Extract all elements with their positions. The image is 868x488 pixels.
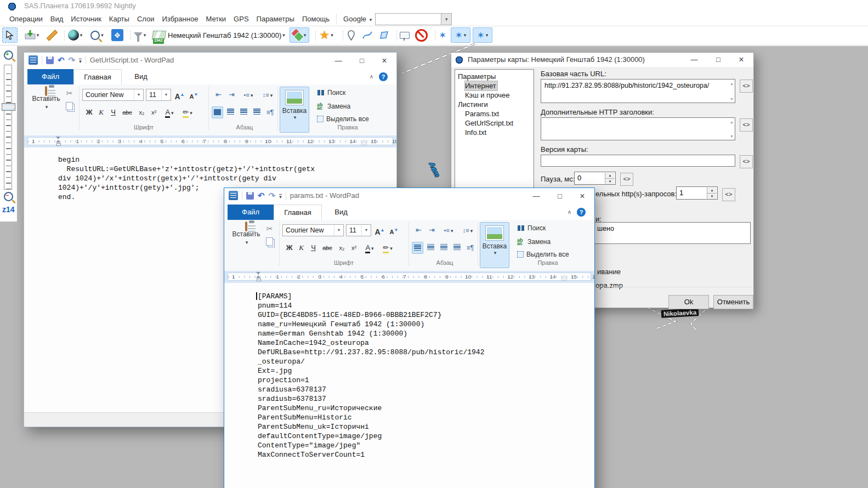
scroll-up-icon[interactable]: ▲ <box>730 120 734 124</box>
quick-access-dropdown-icon[interactable]: ▾ <box>279 194 282 199</box>
align-left-button[interactable] <box>412 242 423 254</box>
cut-button[interactable]: ✂ <box>66 89 73 98</box>
tree-node-geturlscript-txt[interactable]: GetUrlScript.txt <box>465 118 514 128</box>
insert-object-button[interactable]: Вставка ▾ <box>480 222 509 268</box>
font-size-combobox[interactable]: 11 ▾ <box>346 224 371 236</box>
decrease-indent-button[interactable]: ⇤ <box>213 89 224 101</box>
save-icon[interactable] <box>246 192 254 200</box>
undo-icon[interactable]: ↶ <box>58 56 65 64</box>
undo-icon[interactable]: ↶ <box>258 192 265 200</box>
help-icon[interactable]: ? <box>577 208 586 217</box>
justify-button[interactable] <box>251 106 263 118</box>
wordpad-titlebar[interactable]: ↶ ↷ ▾ GetUrlScript.txt - WordPad — □ × <box>24 53 396 69</box>
grow-font-button[interactable]: А▲ <box>174 89 185 101</box>
spin-down-icon[interactable]: ▼ <box>605 179 615 184</box>
justify-button[interactable] <box>451 242 463 254</box>
italic-button[interactable]: K <box>95 106 107 118</box>
highlight-button[interactable]: ✏▾ <box>380 242 395 254</box>
bold-button[interactable]: Ж <box>283 242 295 254</box>
spinner-buttons[interactable]: ▲ ▼ <box>605 173 615 184</box>
base-url-input[interactable]: http://91.237.82.95:8088/pub/historic/19… <box>541 79 735 103</box>
increase-indent-button[interactable]: ⇥ <box>226 89 237 101</box>
quick-access-dropdown-icon[interactable]: ▾ <box>79 59 82 64</box>
align-right-button[interactable] <box>438 242 450 254</box>
scroll-down-icon[interactable]: ▼ <box>730 97 734 101</box>
ruler[interactable]: 1 12345678910111213141516 <box>24 135 396 147</box>
right-indent-marker[interactable] <box>561 275 567 280</box>
font-family-combobox[interactable]: Courier New ▾ <box>282 224 344 236</box>
tab-home[interactable]: Главная <box>274 205 322 220</box>
bullets-button[interactable]: •≡▾ <box>440 224 457 236</box>
dialog-titlebar[interactable]: Параметры карты: Немецкий Генштаб 1942 (… <box>451 53 753 67</box>
strikethrough-button[interactable]: abc <box>320 242 335 254</box>
save-icon[interactable] <box>46 56 54 64</box>
maximize-button[interactable]: □ <box>549 189 571 203</box>
subscript-button[interactable]: x₂ <box>336 242 348 254</box>
close-button[interactable]: × <box>730 53 752 67</box>
underline-button[interactable]: Ч <box>107 106 119 118</box>
tab-view[interactable]: Вид <box>322 205 360 220</box>
select-all-button[interactable]: Выделить все <box>517 251 569 258</box>
redo-icon[interactable]: ↷ <box>269 192 276 200</box>
font-color-button[interactable]: А▾ <box>162 106 177 118</box>
align-center-button[interactable] <box>425 242 436 254</box>
spinner-buttons[interactable]: ▲ ▼ <box>707 188 717 198</box>
cancel-button[interactable]: Отменить <box>713 295 753 309</box>
minimize-button[interactable]: — <box>327 54 349 68</box>
tree-node-cache[interactable]: Кэш и прочее <box>465 90 511 100</box>
line-spacing-button[interactable]: ↕≡▾ <box>459 224 476 236</box>
help-icon[interactable]: ? <box>379 72 388 81</box>
paste-button[interactable]: Вставить ▾ <box>29 87 64 122</box>
cut-button[interactable]: ✂ <box>266 224 273 233</box>
shrink-font-button[interactable]: А▼ <box>388 224 400 236</box>
font-size-combobox[interactable]: 11 ▾ <box>146 89 171 101</box>
tab-view[interactable]: Вид <box>122 69 160 84</box>
decrease-indent-button[interactable]: ⇤ <box>413 224 424 236</box>
minimize-button[interactable]: — <box>683 53 705 67</box>
maximize-button[interactable]: □ <box>707 53 729 67</box>
tree-node-info-txt[interactable]: Info.txt <box>465 128 487 137</box>
highlight-button[interactable]: ✏▾ <box>180 106 195 118</box>
paragraph-settings-button[interactable]: ≡¶ <box>464 242 476 254</box>
bold-button[interactable]: Ж <box>83 106 95 118</box>
indent-marker[interactable] <box>56 137 61 146</box>
base-url-script-button[interactable]: <> <box>740 80 753 93</box>
align-right-button[interactable] <box>238 106 249 118</box>
select-all-button[interactable]: Выделить все <box>317 115 369 123</box>
scroll-up-icon[interactable]: ▲ <box>730 82 734 86</box>
right-indent-marker[interactable] <box>361 140 367 145</box>
collapse-ribbon-icon[interactable]: ∧ <box>568 209 571 215</box>
bullets-button[interactable]: •≡▾ <box>240 89 257 101</box>
subscript-button[interactable]: x₂ <box>136 106 147 118</box>
max-requests-script-button[interactable]: <> <box>722 188 735 201</box>
insert-object-button[interactable]: Вставка ▾ <box>280 87 309 133</box>
paragraph-settings-button[interactable]: ≡¶ <box>264 106 276 118</box>
map-version-script-button[interactable]: <> <box>740 155 753 168</box>
underline-button[interactable]: Ч <box>308 242 319 254</box>
spin-up-icon[interactable]: ▲ <box>707 188 717 194</box>
tab-file[interactable]: Файл <box>228 205 274 220</box>
align-left-button[interactable] <box>212 106 223 118</box>
find-button[interactable]: Поиск <box>517 224 546 232</box>
collapse-ribbon-icon[interactable]: ∧ <box>370 73 373 80</box>
maximize-button[interactable]: □ <box>351 54 373 68</box>
shrink-font-button[interactable]: А▼ <box>188 89 200 101</box>
close-button[interactable]: × <box>571 189 593 203</box>
paste-button[interactable]: Вставить ▾ <box>229 223 264 258</box>
tree-node-params-txt[interactable]: Params.txt <box>465 109 500 118</box>
indent-marker[interactable] <box>256 272 261 281</box>
ruler[interactable]: 1 12345678910111213141516 <box>224 271 594 283</box>
italic-button[interactable]: K <box>296 242 307 254</box>
copy-button[interactable] <box>266 237 273 246</box>
replace-button[interactable]: abac Замена <box>517 238 551 246</box>
http-headers-input[interactable]: ▲ ▼ <box>541 117 735 140</box>
superscript-button[interactable]: x² <box>148 106 160 118</box>
grow-font-button[interactable]: А▲ <box>374 224 385 236</box>
max-requests-spinbox[interactable]: 1 ▲ ▼ <box>676 186 718 200</box>
wordpad-titlebar[interactable]: ↶ ↷ ▾ params.txt - WordPad — □ × <box>224 188 594 205</box>
http-headers-script-button[interactable]: <> <box>740 118 753 132</box>
download-status-box[interactable]: шено <box>593 222 751 244</box>
ok-button[interactable]: Ok <box>668 295 709 309</box>
increase-indent-button[interactable]: ⇥ <box>426 224 438 236</box>
copy-button[interactable] <box>66 102 73 110</box>
